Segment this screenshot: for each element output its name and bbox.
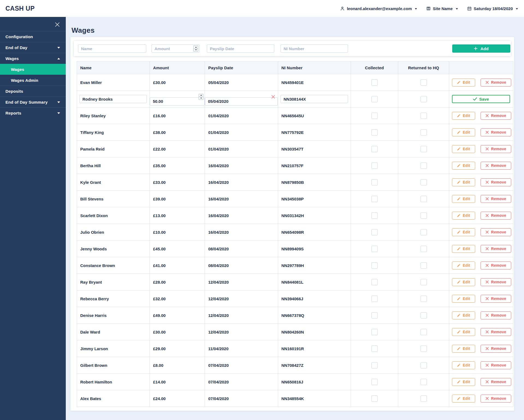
edit-button[interactable]: Edit	[452, 311, 475, 319]
collected-checkbox[interactable]	[371, 196, 378, 202]
collected-checkbox[interactable]	[371, 362, 378, 368]
remove-button[interactable]: Remove	[481, 212, 511, 220]
collected-checkbox[interactable]	[371, 163, 378, 169]
collected-checkbox[interactable]	[371, 79, 378, 86]
edit-amount-input[interactable]	[150, 97, 205, 106]
collected-checkbox[interactable]	[371, 395, 378, 402]
edit-button[interactable]: Edit	[452, 79, 475, 86]
clear-icon[interactable]	[271, 95, 275, 99]
edit-button[interactable]: Edit	[452, 178, 475, 186]
edit-button[interactable]: Edit	[452, 395, 475, 403]
collected-checkbox[interactable]	[371, 212, 378, 219]
remove-button[interactable]: Remove	[481, 361, 511, 369]
returned-to-hq-checkbox[interactable]	[421, 196, 427, 202]
edit-button[interactable]: Edit	[452, 361, 475, 369]
returned-to-hq-checkbox[interactable]	[421, 246, 427, 252]
returned-to-hq-checkbox[interactable]	[421, 262, 427, 269]
returned-to-hq-checkbox[interactable]	[421, 229, 427, 235]
remove-button[interactable]: Remove	[481, 395, 511, 403]
edit-button[interactable]: Edit	[452, 145, 475, 153]
returned-to-hq-checkbox[interactable]	[421, 129, 427, 136]
user-menu[interactable]: leonard.alexander@example.com	[340, 6, 417, 11]
collected-checkbox[interactable]	[371, 329, 378, 335]
remove-button[interactable]: Remove	[481, 112, 511, 120]
edit-button[interactable]: Edit	[452, 245, 475, 253]
number-spinner[interactable]	[199, 94, 203, 100]
collected-checkbox[interactable]	[371, 129, 378, 136]
close-icon[interactable]	[54, 21, 61, 28]
sidebar-item-wages[interactable]: Wages	[0, 53, 66, 64]
remove-button[interactable]: Remove	[481, 378, 511, 386]
collected-checkbox[interactable]	[371, 279, 378, 285]
remove-button[interactable]: Remove	[481, 228, 511, 236]
remove-button[interactable]: Remove	[481, 79, 511, 86]
edit-button[interactable]: Edit	[452, 162, 475, 170]
returned-to-hq-checkbox[interactable]	[421, 296, 427, 302]
edit-button[interactable]: Edit	[452, 378, 475, 386]
spinner-up-icon[interactable]	[195, 47, 197, 48]
number-spinner[interactable]	[193, 46, 198, 52]
sidebar-item-reports[interactable]: Reports	[0, 107, 66, 118]
name-filter-input[interactable]	[78, 44, 146, 53]
collected-checkbox[interactable]	[371, 296, 378, 302]
collected-checkbox[interactable]	[371, 346, 378, 352]
edit-button[interactable]: Edit	[452, 278, 475, 286]
remove-button[interactable]: Remove	[481, 295, 511, 303]
collected-checkbox[interactable]	[371, 246, 378, 252]
edit-button[interactable]: Edit	[452, 295, 475, 303]
collected-checkbox[interactable]	[371, 262, 378, 269]
edit-button[interactable]: Edit	[452, 195, 475, 203]
edit-button[interactable]: Edit	[452, 228, 475, 236]
sidebar-item-deposits[interactable]: Deposits	[0, 86, 66, 97]
returned-to-hq-checkbox[interactable]	[421, 146, 427, 152]
remove-button[interactable]: Remove	[481, 162, 511, 170]
remove-button[interactable]: Remove	[481, 262, 511, 269]
returned-to-hq-checkbox[interactable]	[421, 395, 427, 402]
remove-button[interactable]: Remove	[481, 278, 511, 286]
returned-to-hq-checkbox[interactable]	[421, 346, 427, 352]
collected-checkbox[interactable]	[371, 146, 378, 152]
returned-to-hq-checkbox[interactable]	[421, 279, 427, 285]
remove-button[interactable]: Remove	[481, 145, 511, 153]
collected-checkbox[interactable]	[371, 96, 378, 102]
returned-to-hq-checkbox[interactable]	[421, 96, 427, 102]
spinner-down-icon[interactable]	[200, 98, 202, 99]
collected-checkbox[interactable]	[371, 113, 378, 119]
remove-button[interactable]: Remove	[481, 178, 511, 186]
collected-checkbox[interactable]	[371, 229, 378, 235]
spinner-up-icon[interactable]	[200, 95, 202, 96]
returned-to-hq-checkbox[interactable]	[421, 212, 427, 219]
edit-button[interactable]: Edit	[452, 212, 475, 220]
remove-button[interactable]: Remove	[481, 328, 511, 336]
edit-button[interactable]: Edit	[452, 328, 475, 336]
edit-button[interactable]: Edit	[452, 345, 475, 353]
save-button[interactable]: Save	[452, 95, 510, 103]
edit-ni-number-input[interactable]	[281, 95, 348, 103]
sidebar-item-end-of-day-summary[interactable]: End of Day Summary	[0, 97, 66, 107]
sidebar-item-end-of-day[interactable]: End of Day	[0, 42, 66, 53]
returned-to-hq-checkbox[interactable]	[421, 79, 427, 86]
sidebar-item-configuration[interactable]: Configuration	[0, 31, 66, 42]
add-button[interactable]: Add	[452, 44, 510, 53]
edit-button[interactable]: Edit	[452, 262, 475, 269]
sidebar-item-wages[interactable]: Wages	[0, 64, 66, 75]
remove-button[interactable]: Remove	[481, 128, 511, 136]
ni-number-filter-input[interactable]	[281, 44, 348, 53]
edit-name-input[interactable]	[79, 95, 147, 103]
returned-to-hq-checkbox[interactable]	[421, 163, 427, 169]
edit-payslip-date-input[interactable]	[205, 97, 278, 106]
sidebar-item-wages-admin[interactable]: Wages Admin	[0, 75, 66, 86]
remove-button[interactable]: Remove	[481, 195, 511, 203]
collected-checkbox[interactable]	[371, 179, 378, 185]
returned-to-hq-checkbox[interactable]	[421, 379, 427, 385]
spinner-down-icon[interactable]	[195, 49, 197, 50]
returned-to-hq-checkbox[interactable]	[421, 329, 427, 335]
returned-to-hq-checkbox[interactable]	[421, 179, 427, 185]
collected-checkbox[interactable]	[371, 379, 378, 385]
remove-button[interactable]: Remove	[481, 245, 511, 253]
returned-to-hq-checkbox[interactable]	[421, 312, 427, 319]
remove-button[interactable]: Remove	[481, 311, 511, 319]
amount-filter-input[interactable]	[151, 44, 200, 53]
returned-to-hq-checkbox[interactable]	[421, 362, 427, 368]
collected-checkbox[interactable]	[371, 312, 378, 319]
